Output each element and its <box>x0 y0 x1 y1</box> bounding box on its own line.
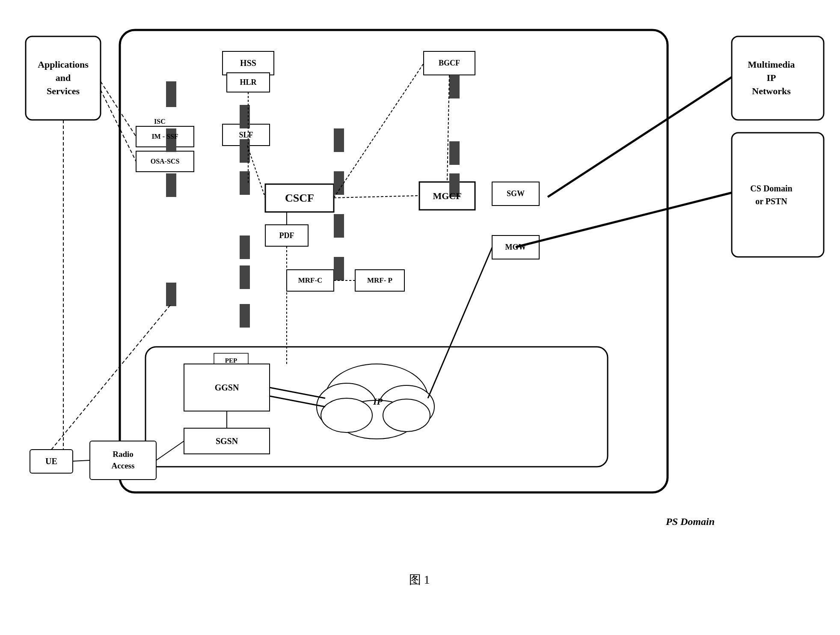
slf-label: SLF <box>223 124 270 146</box>
svg-line-49 <box>516 193 732 247</box>
ps-domain-label: PS Domain <box>666 516 715 528</box>
svg-line-52 <box>334 196 419 198</box>
svg-line-51 <box>334 63 424 198</box>
applications-box: Applications and Services <box>26 36 101 120</box>
ue-label: UE <box>30 450 73 473</box>
bgcf-label: BGCF <box>424 51 475 75</box>
multimedia-ip-box: Multimedia IP Networks <box>725 36 817 120</box>
mgcf-label: MGCF <box>419 182 475 210</box>
svg-rect-42 <box>334 257 344 280</box>
svg-line-63 <box>156 441 184 460</box>
svg-rect-29 <box>166 81 176 107</box>
svg-rect-35 <box>240 171 250 195</box>
svg-line-60 <box>270 396 325 407</box>
isc-label: ISC <box>154 118 166 125</box>
svg-rect-41 <box>334 214 344 238</box>
cs-domain-box: CS Domain or PSTN <box>725 133 817 257</box>
svg-line-50 <box>548 77 732 197</box>
svg-rect-36 <box>240 236 250 259</box>
ip-cloud-label: IP <box>359 393 397 410</box>
cscf-label: CSCF <box>265 184 334 212</box>
hlr-label: HLR <box>227 73 270 92</box>
svg-line-46 <box>101 81 136 137</box>
ggsn-label: GGSN <box>184 364 270 411</box>
figure-label: 图 1 <box>409 572 430 588</box>
svg-rect-31 <box>166 173 176 197</box>
mrfp-label: MRF- P <box>355 270 404 291</box>
svg-rect-44 <box>449 141 460 165</box>
svg-rect-39 <box>334 128 344 152</box>
sgw-label: SGW <box>492 182 539 206</box>
osa-scs-label: OSA-SCS <box>136 151 194 172</box>
radio-access-label: Radio Access <box>90 441 156 480</box>
svg-line-55 <box>247 146 265 198</box>
svg-rect-32 <box>166 283 176 306</box>
svg-rect-40 <box>334 171 344 195</box>
svg-rect-43 <box>449 75 460 98</box>
svg-line-53 <box>447 75 449 182</box>
svg-rect-0 <box>120 30 668 492</box>
pdf-label: PDF <box>265 225 308 246</box>
svg-line-61 <box>428 247 492 398</box>
svg-rect-38 <box>240 304 250 328</box>
mrfc-label: MRF-C <box>287 270 334 291</box>
svg-line-59 <box>270 388 325 398</box>
mgw-label: MGW <box>492 236 539 259</box>
diagram-area: Applications and Services Multimedia IP … <box>13 13 826 569</box>
sgsn-label: SGSN <box>184 428 270 454</box>
hss-label: HSS <box>223 51 274 75</box>
svg-line-64 <box>73 460 90 461</box>
connection-lines <box>13 13 826 569</box>
svg-line-47 <box>101 90 136 161</box>
im-ssf-label: IM - SSF <box>136 126 194 147</box>
svg-line-65 <box>51 304 171 450</box>
svg-rect-37 <box>240 265 250 289</box>
